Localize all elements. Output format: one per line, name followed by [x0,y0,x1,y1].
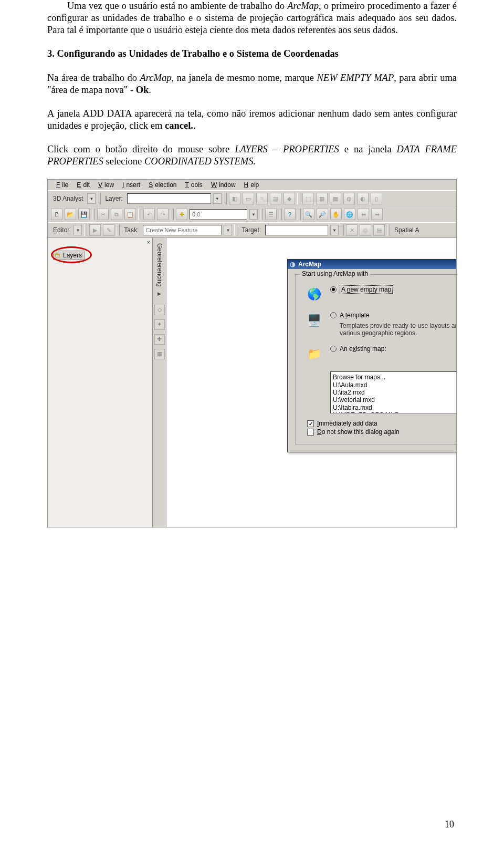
copy-icon[interactable]: ⧉ [111,209,122,220]
new-doc-icon[interactable]: 🗋 [51,209,62,220]
scale-drop-icon[interactable]: ▼ [249,209,258,220]
pan-icon[interactable]: ✋ [330,209,342,220]
option-new-empty-map[interactable]: 🌎 A new empty map [305,285,457,303]
opt1-label: A new empty map [341,286,391,293]
task-drop-icon[interactable]: ▼ [224,225,232,235]
add-data-icon[interactable]: ✚ [176,209,187,220]
groupbox-label: Start using ArcMap with [300,270,370,277]
dialog-title: ArcMap [298,261,321,268]
paragraph-1: Uma vez que o usuário está no ambiente d… [47,0,457,36]
folder-icon: 📁 [305,345,323,363]
list-item[interactable]: U:\Itabira.mxd [333,404,457,411]
tool-a8-icon[interactable]: ▩ [330,193,341,204]
section-heading: 3. Configurando as Unidades de Trabalho … [47,48,457,60]
check-add-data[interactable]: ✓ Immediately add data [307,420,400,427]
tool-a2-icon[interactable]: ▭ [243,193,254,204]
prev-extent-icon[interactable]: ⬅ [358,209,369,220]
list-item[interactable]: U:\ita2.mxd [333,389,457,396]
checkbox-icon[interactable] [307,429,314,436]
zoom-in-icon[interactable]: 🔍 [303,209,314,220]
next-extent-icon[interactable]: ➡ [371,209,383,220]
tool-a6-icon[interactable]: ⬚ [302,193,314,204]
option-template[interactable]: 🖥️ A template Templates provide ready-to… [305,312,457,337]
menu-file[interactable]: FFileile [52,181,70,189]
toc-close-icon[interactable]: × [147,239,150,245]
task-combo[interactable]: Create New Feature [143,225,222,235]
tool-a9-icon[interactable]: ◍ [343,193,355,204]
save-icon[interactable]: 💾 [78,209,90,220]
paste-icon[interactable]: 📋 [124,209,136,220]
open-icon[interactable]: 📂 [65,209,76,220]
georef-tool3-icon[interactable]: ✚ [154,334,165,345]
menu-insert[interactable]: Insert [118,181,142,189]
sketch-tool-icon[interactable]: ✎ [103,224,114,236]
tool-a1-icon[interactable]: ◧ [229,193,240,204]
georef-tool2-icon[interactable]: ✦ [154,319,165,330]
arcmap-screenshot: FFileile Edit View Insert Selection Tool… [47,179,457,527]
page-number: 10 [445,819,454,830]
tool-a7-icon[interactable]: ▦ [316,193,328,204]
tool-a4-icon[interactable]: ▤ [270,193,281,204]
list-item[interactable]: U:\MDE_EB_GPS.MXD [333,411,457,413]
georef-label[interactable]: Georeferencing [156,241,163,289]
radio-new-map[interactable] [330,286,337,293]
list-item[interactable]: U:\vetorial.mxd [333,396,457,403]
menu-window[interactable]: Window [207,181,238,189]
p2-b: na janela de mesmo nome, marque [177,73,317,83]
georef-tool1-icon[interactable]: ◇ [154,305,165,315]
analyst-label[interactable]: 3D Analyst [51,195,85,202]
option-existing-map[interactable]: 📁 An existing map: [305,345,457,363]
spatial-label[interactable]: Spatial A [392,226,421,234]
work-area: × 🗀 Layers Georeferencing ▶ ◇ ✦ ✚ ▦ [48,238,456,527]
menu-help[interactable]: Help [240,181,261,189]
opt3-label: An existing map: [340,345,386,353]
menu-selection[interactable]: Selection [144,181,178,189]
editor-drop-icon[interactable]: ▼ [74,225,82,235]
p2-bold: Ok [136,85,149,95]
target-drop-icon[interactable]: ▼ [330,225,339,235]
cut-icon[interactable]: ✂ [97,209,109,220]
editor-label[interactable]: Editor [51,226,71,234]
tool-b1-icon[interactable]: ☰ [265,209,277,220]
zoom-out-icon[interactable]: 🔎 [317,209,328,220]
radio-existing[interactable] [330,346,337,352]
georef-tool4-icon[interactable]: ▦ [154,349,165,359]
tool-c1-icon[interactable]: ✕ [346,224,358,236]
scale-input[interactable]: 0.0 [190,209,247,220]
monitor-icon: 🖥️ [305,312,323,329]
maps-listbox[interactable]: Browse for maps... U:\Aula.mxd U:\ita2.m… [330,371,457,413]
p4-it1: LAYERS – PROPERTIES [235,144,339,154]
list-item[interactable]: Browse for maps... [333,374,457,381]
radio-template[interactable] [330,312,337,318]
p2-it2: NEW EMPTY MAP [317,73,394,83]
help-icon[interactable]: ? [284,209,296,220]
tool-a11-icon[interactable]: ▯ [371,193,382,204]
menu-tools[interactable]: Tools [181,181,205,189]
check-dont-show[interactable]: Do not show this dialog again [307,428,400,436]
list-item[interactable]: U:\Aula.mxd [333,381,457,389]
menu-view[interactable]: View [94,181,116,189]
georef-expand-icon[interactable]: ▶ [158,291,161,296]
tool-a10-icon[interactable]: ◐ [357,193,369,204]
menu-edit[interactable]: Edit [72,181,92,189]
full-extent-icon[interactable]: 🌐 [344,209,355,220]
layer-combo[interactable] [127,193,211,204]
map-canvas[interactable]: ◑ ArcMap × Start using ArcMap with 🌎 A n… [166,238,456,527]
analyst-drop-icon[interactable]: ▼ [87,193,96,204]
tool-c2-icon[interactable]: ◎ [360,224,371,236]
tool-a3-icon[interactable]: ≡ [256,193,268,204]
tool-a5-icon[interactable]: ◆ [284,193,295,204]
p4-b: e na janela [339,144,397,154]
startup-dialog: ◑ ArcMap × Start using ArcMap with 🌎 A n… [287,259,457,452]
layer-drop-icon[interactable]: ▼ [213,193,222,204]
tool-c3-icon[interactable]: ▤ [373,224,385,236]
edit-tool-icon[interactable]: ▶ [89,224,101,236]
p2-a: Na área de trabalho do [47,73,140,83]
target-combo[interactable] [265,225,328,235]
p4-a: Click com o botão direito do mouse sobre [47,144,235,154]
annotation-layers-oval [51,246,92,263]
chk1-label: Immediately add data [317,420,377,427]
redo-icon[interactable]: ↷ [157,209,169,220]
checkbox-icon[interactable]: ✓ [307,420,314,427]
undo-icon[interactable]: ↶ [143,209,155,220]
